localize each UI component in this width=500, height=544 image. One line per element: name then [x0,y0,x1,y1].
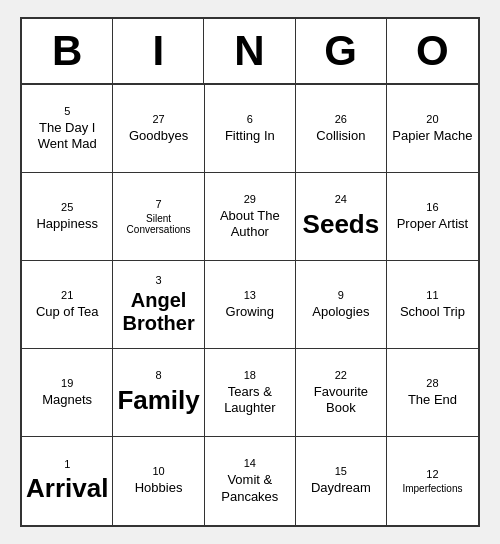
bingo-cell: 18Tears & Laughter [205,349,296,437]
cell-text: Angel Brother [117,289,199,335]
cell-number: 14 [244,457,256,470]
cell-text: Seeds [303,209,380,240]
cell-text: Favourite Book [300,384,382,417]
cell-text: The End [408,392,457,408]
bingo-cell: 15Daydream [296,437,387,525]
cell-text: Silent Conversations [117,213,199,235]
header-letter: N [204,19,295,83]
cell-number: 8 [156,369,162,382]
cell-number: 28 [426,377,438,390]
cell-number: 12 [426,468,438,481]
header-letter: I [113,19,204,83]
cell-number: 3 [156,274,162,287]
cell-number: 16 [426,201,438,214]
cell-text: Vomit & Pancakes [209,472,291,505]
bingo-cell: 22Favourite Book [296,349,387,437]
cell-number: 7 [156,198,162,211]
cell-number: 26 [335,113,347,126]
bingo-cell: 16Proper Artist [387,173,478,261]
cell-number: 29 [244,193,256,206]
cell-number: 15 [335,465,347,478]
cell-text: Growing [226,304,274,320]
bingo-cell: 14Vomit & Pancakes [205,437,296,525]
cell-number: 5 [64,105,70,118]
cell-text: Cup of Tea [36,304,99,320]
cell-text: Papier Mache [392,128,472,144]
cell-number: 24 [335,193,347,206]
cell-number: 6 [247,113,253,126]
cell-number: 1 [64,458,70,471]
bingo-cell: 28The End [387,349,478,437]
bingo-grid: 5The Day I Went Mad27Goodbyes6Fitting In… [22,85,478,525]
cell-number: 19 [61,377,73,390]
bingo-cell: 5The Day I Went Mad [22,85,113,173]
bingo-cell: 10Hobbies [113,437,204,525]
bingo-cell: 1Arrival [22,437,113,525]
cell-number: 27 [152,113,164,126]
bingo-cell: 3Angel Brother [113,261,204,349]
bingo-cell: 25Happiness [22,173,113,261]
cell-text: Imperfections [402,483,462,494]
cell-text: Fitting In [225,128,275,144]
bingo-header: BINGO [22,19,478,85]
cell-text: Collision [316,128,365,144]
cell-text: Tears & Laughter [209,384,291,417]
cell-text: Daydream [311,480,371,496]
cell-number: 25 [61,201,73,214]
bingo-cell: 13Growing [205,261,296,349]
cell-text: Hobbies [135,480,183,496]
cell-text: Goodbyes [129,128,188,144]
bingo-cell: 29About The Author [205,173,296,261]
bingo-cell: 8Family [113,349,204,437]
cell-text: Arrival [26,473,108,504]
cell-text: Family [117,385,199,416]
cell-number: 13 [244,289,256,302]
cell-text: School Trip [400,304,465,320]
cell-text: Proper Artist [397,216,469,232]
header-letter: O [387,19,478,83]
cell-number: 18 [244,369,256,382]
cell-number: 21 [61,289,73,302]
cell-number: 11 [426,289,438,302]
bingo-cell: 21Cup of Tea [22,261,113,349]
bingo-cell: 11School Trip [387,261,478,349]
cell-number: 20 [426,113,438,126]
bingo-cell: 24Seeds [296,173,387,261]
bingo-cell: 26Collision [296,85,387,173]
cell-text: About The Author [209,208,291,241]
bingo-cell: 19Magnets [22,349,113,437]
bingo-card: BINGO 5The Day I Went Mad27Goodbyes6Fitt… [20,17,480,527]
bingo-cell: 9Apologies [296,261,387,349]
bingo-cell: 12Imperfections [387,437,478,525]
bingo-cell: 27Goodbyes [113,85,204,173]
cell-text: Apologies [312,304,369,320]
cell-text: The Day I Went Mad [26,120,108,153]
bingo-cell: 7Silent Conversations [113,173,204,261]
cell-text: Magnets [42,392,92,408]
bingo-cell: 20Papier Mache [387,85,478,173]
header-letter: G [296,19,387,83]
bingo-cell: 6Fitting In [205,85,296,173]
cell-number: 10 [152,465,164,478]
cell-number: 9 [338,289,344,302]
cell-text: Happiness [36,216,97,232]
cell-number: 22 [335,369,347,382]
header-letter: B [22,19,113,83]
